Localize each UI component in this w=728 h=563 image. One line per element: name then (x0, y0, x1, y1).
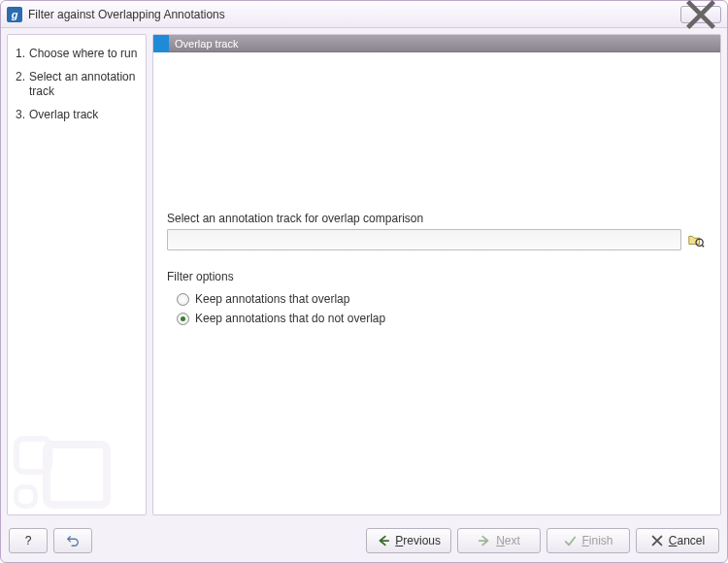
sidebar-decoration (14, 421, 130, 509)
arrow-right-icon (478, 534, 491, 547)
filter-options-label: Filter options (167, 270, 707, 283)
browse-folder-icon (687, 231, 705, 248)
browse-track-button[interactable] (685, 229, 707, 250)
wizard-body: 1. Choose where to run 2. Select an anno… (1, 28, 727, 521)
radio-keep-overlap[interactable]: Keep annotations that overlap (167, 289, 707, 309)
undo-icon (66, 534, 80, 547)
finish-button[interactable]: Finish (546, 528, 630, 553)
cancel-button[interactable]: Cancel (636, 528, 719, 553)
panel-header: Overlap track (153, 35, 720, 52)
arrow-left-icon (377, 534, 390, 547)
wizard-step: 1. Choose where to run (16, 43, 138, 66)
radio-label: Keep annotations that overlap (195, 292, 349, 306)
wizard-main-panel: Overlap track Select an annotation track… (152, 34, 721, 515)
panel-title: Overlap track (169, 35, 720, 52)
titlebar: g Filter against Overlapping Annotations (1, 1, 727, 28)
step-number: 2. (16, 70, 25, 85)
radio-label: Keep annotations that do not overlap (195, 312, 385, 325)
track-select-row (167, 229, 707, 250)
app-icon: g (7, 7, 22, 22)
step-label: Choose where to run (29, 47, 137, 62)
check-icon (563, 534, 577, 547)
step-number: 1. (16, 47, 25, 62)
step-number: 3. (16, 108, 25, 123)
wizard-step: 2. Select an annotation track (16, 66, 138, 104)
button-label: Previous (395, 534, 441, 547)
radio-icon (177, 313, 189, 325)
svg-line-1 (702, 245, 704, 247)
radio-icon (177, 293, 189, 306)
radio-keep-no-overlap[interactable]: Keep annotations that do not overlap (167, 309, 707, 328)
reset-button[interactable] (53, 528, 92, 553)
wizard-footer: ? Previous Next Finish (1, 521, 727, 562)
step-label: Overlap track (29, 108, 98, 123)
step-label: Select an annotation track (29, 70, 138, 100)
track-select-label: Select an annotation track for overlap c… (167, 212, 707, 225)
track-input[interactable] (167, 229, 681, 250)
button-label: Finish (581, 534, 612, 547)
wizard-window: g Filter against Overlapping Annotations… (0, 0, 728, 563)
wizard-step: 3. Overlap track (16, 104, 138, 127)
help-button[interactable]: ? (9, 528, 48, 553)
previous-button[interactable]: Previous (366, 528, 451, 553)
button-label: Next (496, 534, 520, 547)
window-close-button[interactable] (680, 6, 721, 23)
window-title: Filter against Overlapping Annotations (28, 8, 680, 21)
help-icon: ? (25, 534, 32, 547)
button-label: Cancel (669, 534, 705, 547)
cancel-icon (650, 534, 664, 547)
panel-content: Select an annotation track for overlap c… (153, 52, 720, 514)
next-button[interactable]: Next (457, 528, 541, 553)
wizard-steps-sidebar: 1. Choose where to run 2. Select an anno… (7, 34, 147, 515)
panel-header-accent (153, 35, 169, 52)
